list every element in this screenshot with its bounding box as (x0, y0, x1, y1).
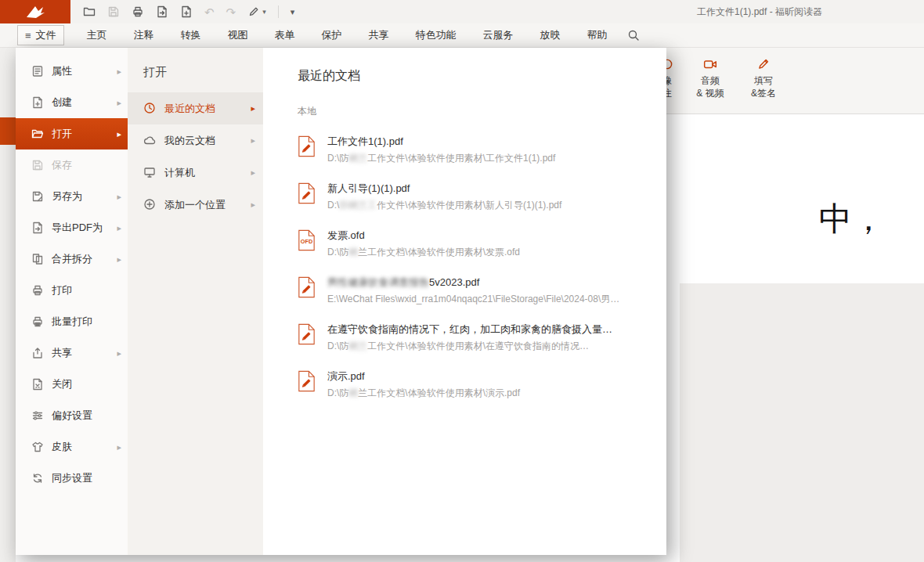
submenu-arrow-icon: ▸ (117, 98, 121, 108)
open-submenu-item-label: 最近的文档 (164, 102, 215, 116)
sync-icon (31, 472, 44, 485)
share-icon (31, 347, 44, 359)
open-submenu-header: 打开 (143, 65, 263, 80)
text-segment: 兰工作文档\体验软件使用素材\发票.ofd (358, 247, 520, 258)
file-menu-item-5[interactable]: 另存为▸ (16, 181, 128, 212)
text-segment: 在遵守饮食指南的情况下，红肉，加工肉和家禽的膳食摄入量… (327, 323, 612, 335)
toolbar-more-icon[interactable]: ▾ (291, 8, 295, 16)
file-menu-item-8[interactable]: 打印 (16, 275, 128, 306)
menu-tab-10[interactable]: 放映 (527, 23, 574, 47)
annotate-tool-icon[interactable]: ▾ (247, 5, 266, 18)
recent-file-title: 演示.pdf (327, 369, 520, 383)
submenu-arrow-icon: ▸ (117, 254, 121, 265)
text-segment: D:\防 (327, 340, 348, 351)
menu-tab-7[interactable]: 共享 (356, 23, 402, 47)
file-menu-item-14[interactable]: 同步设置 (16, 463, 128, 494)
recent-file-6[interactable]: 演示.pdfD:\防晓兰工作文档\体验软件使用素材\演示.pdf (298, 361, 648, 408)
menu-tab-1[interactable]: 主页 (74, 23, 121, 47)
open-submenu-item-2[interactable]: 我的云文档▸ (128, 124, 263, 157)
file-menu-item-11[interactable]: 关闭 (16, 369, 128, 400)
text-segment: 工作文件\体验软件使用素材\工作文件1(1).pdf (367, 153, 555, 164)
menubar-tabs: 主页注释转换视图表单保护共享特色功能云服务放映帮助 (74, 23, 621, 47)
print-icon (31, 284, 44, 297)
recent-file-3[interactable]: OFD发票.ofdD:\防晓兰工作文档\体验软件使用素材\发票.ofd (298, 220, 648, 267)
open-file-icon[interactable] (83, 5, 96, 18)
document-image-region (680, 283, 924, 562)
print-icon[interactable] (132, 5, 144, 18)
export-doc-icon[interactable] (156, 5, 168, 18)
menu-tab-2[interactable]: 注释 (121, 23, 168, 47)
file-menu-item-4: 保存 (16, 150, 128, 181)
open-submenu-item-3[interactable]: 计算机▸ (128, 157, 263, 189)
text-segment: 作文件\体验软件使用素材\新人引导(1)(1).pdf (377, 200, 561, 211)
file-menu-item-3[interactable]: 打开▸ (16, 118, 128, 150)
file-menu-item-label: 偏好设置 (52, 409, 92, 423)
text-segment: E:\WeChat Files\wxid_rra1m04nqaqc21\File… (327, 294, 619, 304)
submenu-arrow-icon: ▸ (251, 103, 255, 113)
hamburger-icon: ≡ (25, 30, 31, 41)
menu-tab-8[interactable]: 特色功能 (402, 23, 470, 47)
file-menu-item-1[interactable]: 属性▸ (16, 56, 128, 87)
recent-file-list: 工作文件1(1).pdfD:\防晓兰工作文件\体验软件使用素材\工作文件1(1)… (298, 126, 648, 408)
properties-icon (31, 65, 44, 77)
menu-tab-3[interactable]: 转换 (168, 23, 215, 47)
file-menu-button[interactable]: ≡ 文件 (17, 25, 64, 45)
text-segment: 5v2023.pdf (429, 276, 479, 288)
file-menu-item-label: 属性 (52, 64, 72, 78)
recent-file-5[interactable]: 在遵守饮食指南的情况下，红肉，加工肉和家禽的膳食摄入量…D:\防晓兰工作文件\体… (298, 314, 648, 361)
submenu-arrow-icon: ▸ (117, 129, 121, 139)
menu-tab-5[interactable]: 表单 (262, 23, 309, 47)
recent-file-path: D:\防晓兰工作文件\体验软件使用素材\工作文件1(1).pdf (327, 153, 555, 164)
file-menu-item-7[interactable]: 合并拆分▸ (16, 243, 128, 275)
recent-file-text: 演示.pdfD:\防晓兰工作文档\体验软件使用素材\演示.pdf (327, 369, 520, 399)
ribbon-button-label: &签名 (751, 87, 776, 99)
recent-documents-title: 最近的文档 (298, 68, 648, 85)
file-menu-item-label: 关闭 (52, 377, 72, 391)
recent-file-2[interactable]: 新人引导(1)(1).pdfD:\防晓兰工作文件\体验软件使用素材\新人引导(1… (298, 173, 648, 220)
file-menu-item-13[interactable]: 皮肤▸ (16, 431, 128, 463)
submenu-arrow-icon: ▸ (117, 67, 121, 77)
skin-icon (31, 441, 44, 453)
ribbon-button-2[interactable]: 音频& 视频 (689, 54, 731, 99)
file-menu-item-12[interactable]: 偏好设置 (16, 400, 128, 431)
menu-tab-11[interactable]: 帮助 (574, 23, 621, 47)
pdf-file-icon (298, 276, 316, 299)
open-submenu-item-4[interactable]: 添加一个位置▸ (128, 189, 263, 221)
submenu-arrow-icon: ▸ (251, 135, 255, 146)
open-submenu-item-label: 我的云文档 (164, 134, 215, 148)
redacted-text: 晓兰 (348, 153, 367, 164)
recent-file-4[interactable]: 男性健康饮食调查报告5v2023.pdfE:\WeChat Files\wxid… (298, 267, 648, 314)
menu-tab-6[interactable]: 保护 (309, 23, 356, 47)
ribbon-button-3[interactable]: 填写&签名 (742, 54, 785, 99)
text-segment: 工作文件1(1).pdf (327, 135, 403, 147)
submenu-arrow-icon: ▸ (117, 348, 121, 358)
menu-tab-4[interactable]: 视图 (215, 23, 262, 47)
text-segment: 发票.ofd (327, 229, 365, 241)
recent-file-text: 工作文件1(1).pdfD:\防晓兰工作文件\体验软件使用素材\工作文件1(1)… (327, 135, 555, 164)
local-group-label: 本地 (298, 105, 648, 118)
menu-tab-9[interactable]: 云服务 (470, 23, 527, 47)
redo-icon: ↷ (226, 6, 236, 18)
pdf-file-icon (298, 323, 316, 346)
recent-file-path: D:\防晓兰工作文件\体验软件使用素材\新人引导(1)(1).pdf (327, 200, 561, 211)
recent-documents-panel: 最近的文档 本地 工作文件1(1).pdfD:\防晓兰工作文件\体验软件使用素材… (263, 48, 666, 555)
file-menu-item-6[interactable]: 导出PDF为▸ (16, 212, 128, 243)
foxit-logo-glyph (22, 4, 49, 20)
window-title: 工作文件1(1).pdf - 福昕阅读器 (697, 0, 822, 23)
file-menu-item-label: 打印 (52, 283, 72, 297)
file-menu-item-2[interactable]: 创建▸ (16, 87, 128, 118)
recent-file-path: E:\WeChat Files\wxid_rra1m04nqaqc21\File… (327, 294, 619, 305)
file-menu-item-label: 合并拆分 (52, 252, 92, 266)
titlebar-buttons: ↶↷▾▾ (83, 5, 294, 18)
save-icon (107, 5, 120, 18)
file-menu-item-10[interactable]: 共享▸ (16, 337, 128, 369)
create-doc-icon[interactable] (180, 5, 193, 18)
file-menu-item-label: 另存为 (52, 189, 82, 204)
file-menu-item-label: 共享 (52, 346, 72, 360)
file-menu-item-9[interactable]: 批量打印 (16, 306, 128, 337)
pdf-file-icon (298, 182, 316, 205)
open-submenu-item-1[interactable]: 最近的文档▸ (128, 92, 263, 124)
recent-file-1[interactable]: 工作文件1(1).pdfD:\防晓兰工作文件\体验软件使用素材\工作文件1(1)… (298, 126, 648, 173)
search-icon[interactable] (627, 29, 640, 41)
batchprint-icon (31, 315, 44, 328)
